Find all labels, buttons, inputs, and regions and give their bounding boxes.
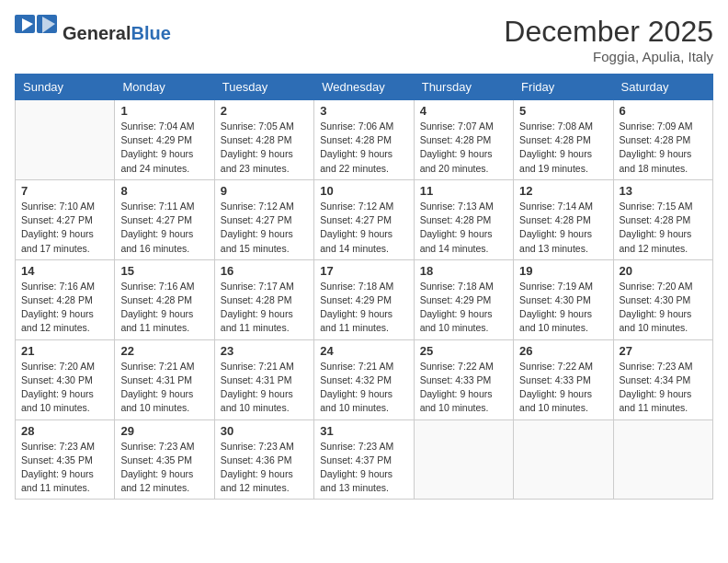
calendar-cell: 9Sunrise: 7:12 AMSunset: 4:27 PMDaylight…: [214, 179, 313, 259]
day-info: Sunrise: 7:12 AMSunset: 4:27 PMDaylight:…: [320, 200, 407, 256]
weekday-header-friday: Friday: [514, 75, 613, 100]
day-info: Sunrise: 7:06 AMSunset: 4:28 PMDaylight:…: [320, 120, 407, 176]
calendar-cell: 27Sunrise: 7:23 AMSunset: 4:34 PMDayligh…: [613, 339, 712, 419]
weekday-header-tuesday: Tuesday: [214, 75, 313, 100]
calendar-week-5: 28Sunrise: 7:23 AMSunset: 4:35 PMDayligh…: [16, 419, 713, 500]
day-number: 24: [320, 344, 407, 358]
day-number: 29: [120, 424, 208, 438]
weekday-header-saturday: Saturday: [613, 75, 712, 100]
day-info: Sunrise: 7:23 AMSunset: 4:35 PMDaylight:…: [120, 440, 208, 496]
day-info: Sunrise: 7:09 AMSunset: 4:28 PMDaylight:…: [620, 120, 707, 176]
calendar-cell: 4Sunrise: 7:07 AMSunset: 4:28 PMDaylight…: [414, 100, 513, 180]
day-info: Sunrise: 7:12 AMSunset: 4:27 PMDaylight:…: [221, 200, 308, 256]
day-info: Sunrise: 7:14 AMSunset: 4:28 PMDaylight:…: [519, 200, 607, 256]
calendar-cell: 3Sunrise: 7:06 AMSunset: 4:28 PMDaylight…: [314, 100, 414, 180]
day-info: Sunrise: 7:23 AMSunset: 4:37 PMDaylight:…: [320, 440, 407, 496]
day-number: 31: [320, 424, 407, 438]
calendar-cell: 11Sunrise: 7:13 AMSunset: 4:28 PMDayligh…: [414, 179, 513, 259]
calendar-cell: 7Sunrise: 7:10 AMSunset: 4:27 PMDaylight…: [16, 179, 115, 259]
day-number: 4: [420, 104, 507, 118]
calendar-cell: 8Sunrise: 7:11 AMSunset: 4:27 PMDaylight…: [115, 179, 214, 259]
day-info: Sunrise: 7:19 AMSunset: 4:30 PMDaylight:…: [519, 280, 607, 336]
calendar-cell: 29Sunrise: 7:23 AMSunset: 4:35 PMDayligh…: [115, 419, 214, 500]
calendar-cell: 31Sunrise: 7:23 AMSunset: 4:37 PMDayligh…: [314, 419, 414, 500]
calendar-cell: 19Sunrise: 7:19 AMSunset: 4:30 PMDayligh…: [514, 259, 613, 339]
day-number: 26: [519, 344, 607, 358]
day-info: Sunrise: 7:16 AMSunset: 4:28 PMDaylight:…: [120, 280, 208, 336]
calendar-cell: 28Sunrise: 7:23 AMSunset: 4:35 PMDayligh…: [16, 419, 115, 500]
day-info: Sunrise: 7:23 AMSunset: 4:35 PMDaylight:…: [21, 440, 108, 496]
day-info: Sunrise: 7:13 AMSunset: 4:28 PMDaylight:…: [420, 200, 507, 256]
calendar-cell: 20Sunrise: 7:20 AMSunset: 4:30 PMDayligh…: [613, 259, 712, 339]
calendar-cell: 6Sunrise: 7:09 AMSunset: 4:28 PMDaylight…: [613, 100, 712, 180]
day-number: 1: [120, 104, 208, 118]
day-number: 13: [620, 184, 707, 198]
day-number: 30: [221, 424, 308, 438]
day-number: 22: [120, 344, 208, 358]
day-number: 28: [21, 424, 108, 438]
calendar-cell: 22Sunrise: 7:21 AMSunset: 4:31 PMDayligh…: [115, 339, 214, 419]
day-info: Sunrise: 7:21 AMSunset: 4:31 PMDaylight:…: [221, 360, 308, 416]
day-info: Sunrise: 7:18 AMSunset: 4:29 PMDaylight:…: [320, 280, 407, 336]
calendar-week-2: 7Sunrise: 7:10 AMSunset: 4:27 PMDaylight…: [16, 179, 713, 259]
calendar-cell: 12Sunrise: 7:14 AMSunset: 4:28 PMDayligh…: [514, 179, 613, 259]
header: GeneralBlue December 2025 Foggia, Apulia…: [15, 15, 713, 64]
day-number: 18: [420, 264, 507, 278]
calendar-cell: 17Sunrise: 7:18 AMSunset: 4:29 PMDayligh…: [314, 259, 414, 339]
calendar-cell: 16Sunrise: 7:17 AMSunset: 4:28 PMDayligh…: [214, 259, 313, 339]
day-number: 10: [320, 184, 407, 198]
calendar-week-1: 1Sunrise: 7:04 AMSunset: 4:29 PMDaylight…: [16, 100, 713, 180]
month-title: December 2025: [504, 15, 713, 49]
day-info: Sunrise: 7:23 AMSunset: 4:36 PMDaylight:…: [221, 440, 308, 496]
logo-blue: Blue: [131, 23, 170, 43]
calendar-cell: 5Sunrise: 7:08 AMSunset: 4:28 PMDaylight…: [514, 100, 613, 180]
day-info: Sunrise: 7:05 AMSunset: 4:28 PMDaylight:…: [221, 120, 308, 176]
calendar-cell: 21Sunrise: 7:20 AMSunset: 4:30 PMDayligh…: [16, 339, 115, 419]
day-info: Sunrise: 7:23 AMSunset: 4:34 PMDaylight:…: [620, 360, 707, 416]
calendar-cell: [16, 100, 115, 180]
day-number: 8: [120, 184, 208, 198]
day-info: Sunrise: 7:15 AMSunset: 4:28 PMDaylight:…: [620, 200, 707, 256]
day-info: Sunrise: 7:11 AMSunset: 4:27 PMDaylight:…: [120, 200, 208, 256]
day-number: 2: [221, 104, 308, 118]
day-number: 5: [519, 104, 607, 118]
calendar-cell: 18Sunrise: 7:18 AMSunset: 4:29 PMDayligh…: [414, 259, 513, 339]
logo-general: General: [63, 23, 131, 43]
calendar-cell: 26Sunrise: 7:22 AMSunset: 4:33 PMDayligh…: [514, 339, 613, 419]
calendar-table: SundayMondayTuesdayWednesdayThursdayFrid…: [15, 74, 713, 500]
day-number: 11: [420, 184, 507, 198]
calendar-cell: 13Sunrise: 7:15 AMSunset: 4:28 PMDayligh…: [613, 179, 712, 259]
title-area: December 2025 Foggia, Apulia, Italy: [504, 15, 713, 64]
weekday-header-monday: Monday: [115, 75, 214, 100]
day-info: Sunrise: 7:17 AMSunset: 4:28 PMDaylight:…: [221, 280, 308, 336]
day-info: Sunrise: 7:21 AMSunset: 4:32 PMDaylight:…: [320, 360, 407, 416]
calendar-week-3: 14Sunrise: 7:16 AMSunset: 4:28 PMDayligh…: [16, 259, 713, 339]
day-number: 15: [120, 264, 208, 278]
logo-icon: [15, 15, 59, 52]
logo-text-area: GeneralBlue: [63, 23, 171, 43]
calendar-cell: [414, 419, 513, 500]
day-number: 17: [320, 264, 407, 278]
day-info: Sunrise: 7:21 AMSunset: 4:31 PMDaylight:…: [120, 360, 208, 416]
day-number: 12: [519, 184, 607, 198]
day-number: 27: [620, 344, 707, 358]
weekday-header-thursday: Thursday: [414, 75, 513, 100]
calendar-cell: 15Sunrise: 7:16 AMSunset: 4:28 PMDayligh…: [115, 259, 214, 339]
day-number: 20: [620, 264, 707, 278]
day-info: Sunrise: 7:04 AMSunset: 4:29 PMDaylight:…: [120, 120, 208, 176]
day-number: 21: [21, 344, 108, 358]
weekday-header-wednesday: Wednesday: [314, 75, 414, 100]
calendar-cell: [514, 419, 613, 500]
day-info: Sunrise: 7:08 AMSunset: 4:28 PMDaylight:…: [519, 120, 607, 176]
calendar-cell: 10Sunrise: 7:12 AMSunset: 4:27 PMDayligh…: [314, 179, 414, 259]
day-info: Sunrise: 7:20 AMSunset: 4:30 PMDaylight:…: [620, 280, 707, 336]
day-info: Sunrise: 7:10 AMSunset: 4:27 PMDaylight:…: [21, 200, 108, 256]
day-number: 7: [21, 184, 108, 198]
weekday-header-sunday: Sunday: [16, 75, 115, 100]
day-info: Sunrise: 7:18 AMSunset: 4:29 PMDaylight:…: [420, 280, 507, 336]
day-number: 23: [221, 344, 308, 358]
day-info: Sunrise: 7:22 AMSunset: 4:33 PMDaylight:…: [420, 360, 507, 416]
calendar-cell: 24Sunrise: 7:21 AMSunset: 4:32 PMDayligh…: [314, 339, 414, 419]
calendar-cell: 23Sunrise: 7:21 AMSunset: 4:31 PMDayligh…: [214, 339, 313, 419]
day-number: 25: [420, 344, 507, 358]
